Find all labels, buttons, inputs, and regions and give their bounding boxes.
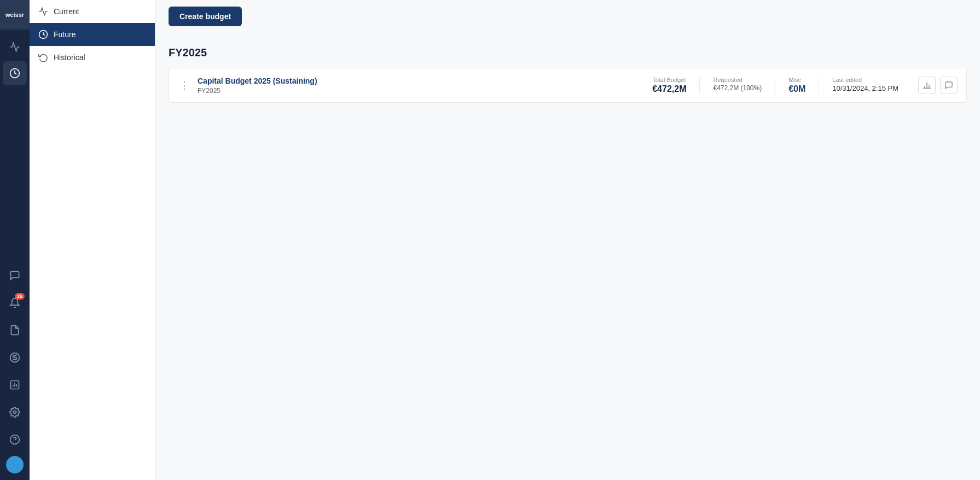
analytics-icon bbox=[9, 42, 20, 52]
requested-label: Requested bbox=[713, 77, 742, 83]
stat-last-edited: Last edited 10/31/2024, 2:15 PM bbox=[819, 77, 912, 94]
logo-text: weissr bbox=[5, 11, 24, 18]
nav-logo: weissr bbox=[0, 0, 30, 30]
stat-misc: Misc €0M bbox=[775, 77, 819, 94]
total-budget-value: €472,2M bbox=[652, 84, 686, 94]
sidebar-item-historical[interactable]: Historical bbox=[30, 46, 155, 69]
nav-icons-bottom: 26 bbox=[3, 262, 27, 480]
main-content: Create budget FY2025 ⋮ Capital Budget 20… bbox=[155, 0, 980, 480]
report-icon bbox=[9, 379, 20, 390]
stat-total-budget: Total Budget €472,2M bbox=[639, 77, 700, 94]
future-icon bbox=[38, 30, 48, 39]
historical-icon bbox=[38, 52, 48, 62]
nav-icon-analytics[interactable] bbox=[3, 35, 27, 59]
nav-icon-help[interactable] bbox=[3, 428, 27, 452]
budget-comment-button[interactable] bbox=[940, 77, 958, 94]
nav-icon-settings[interactable] bbox=[3, 400, 27, 424]
settings-icon bbox=[9, 407, 20, 418]
budget-card: ⋮ Capital Budget 2025 (Sustaining) FY202… bbox=[169, 68, 967, 103]
nav-icon-chat[interactable] bbox=[3, 264, 27, 288]
current-icon bbox=[38, 7, 48, 16]
currency-icon bbox=[9, 352, 20, 363]
comment-icon bbox=[944, 81, 953, 90]
fiscal-year-label: FY2025 bbox=[169, 46, 967, 59]
help-icon bbox=[9, 434, 20, 445]
budget-title-link[interactable]: Capital Budget 2025 (Sustaining) bbox=[198, 77, 317, 85]
sidebar: Current Future Historical bbox=[30, 0, 155, 480]
budget-fiscal-year: FY2025 bbox=[198, 87, 633, 95]
sidebar-item-historical-label: Historical bbox=[54, 53, 85, 62]
budget-chart-button[interactable] bbox=[918, 77, 936, 94]
budget-icon bbox=[9, 68, 20, 79]
misc-label: Misc bbox=[788, 77, 801, 83]
budget-menu-icon[interactable]: ⋮ bbox=[178, 79, 191, 91]
sidebar-item-current-label: Current bbox=[54, 7, 79, 16]
chart-icon bbox=[923, 81, 931, 90]
total-budget-label: Total Budget bbox=[652, 77, 686, 83]
nav-icon-documents[interactable] bbox=[3, 318, 27, 342]
last-edited-value: 10/31/2024, 2:15 PM bbox=[832, 84, 898, 92]
stat-requested: Requested €472,2M (100%) bbox=[700, 77, 775, 94]
budget-actions bbox=[918, 77, 958, 94]
content-area: FY2025 ⋮ Capital Budget 2025 (Sustaining… bbox=[155, 33, 980, 480]
nav-icons-top bbox=[0, 30, 30, 262]
create-budget-button[interactable]: Create budget bbox=[169, 7, 242, 26]
documents-icon bbox=[9, 325, 20, 336]
nav-icon-currency[interactable] bbox=[3, 346, 27, 370]
budget-info: Capital Budget 2025 (Sustaining) FY2025 bbox=[198, 76, 633, 95]
nav-bar: weissr 26 bbox=[0, 0, 30, 480]
budget-stats: Total Budget €472,2M Requested €472,2M (… bbox=[639, 77, 912, 94]
nav-icon-report[interactable] bbox=[3, 373, 27, 397]
sidebar-item-future-label: Future bbox=[54, 30, 76, 39]
chat-icon bbox=[9, 270, 20, 281]
misc-value: €0M bbox=[788, 84, 805, 94]
sidebar-item-current[interactable]: Current bbox=[30, 0, 155, 23]
sidebar-item-future[interactable]: Future bbox=[30, 23, 155, 46]
nav-icon-notifications[interactable]: 26 bbox=[3, 291, 27, 315]
last-edited-label: Last edited bbox=[832, 77, 862, 83]
notifications-badge: 26 bbox=[15, 293, 25, 300]
svg-point-8 bbox=[14, 411, 16, 414]
toolbar: Create budget bbox=[155, 0, 980, 33]
user-avatar[interactable] bbox=[6, 456, 24, 473]
requested-value: €472,2M (100%) bbox=[713, 84, 762, 92]
nav-icon-budget[interactable] bbox=[3, 61, 27, 85]
